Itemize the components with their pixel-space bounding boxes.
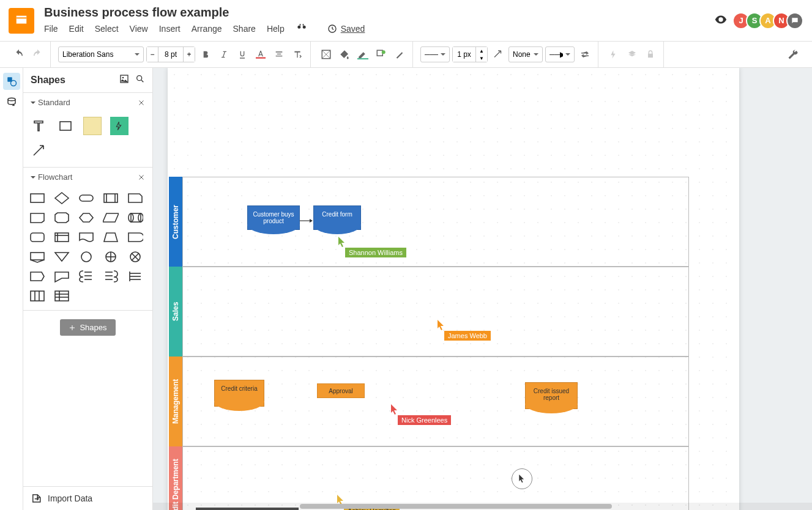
font-family-select[interactable]: Liberation Sans bbox=[58, 46, 144, 62]
flowchart-shape-2[interactable] bbox=[78, 191, 94, 205]
menu-arrange[interactable]: Arrange bbox=[192, 24, 222, 34]
lock-button[interactable] bbox=[643, 46, 658, 62]
flowchart-shape-11[interactable] bbox=[54, 231, 70, 244]
bold-button[interactable] bbox=[198, 46, 214, 62]
menu-share[interactable]: Share bbox=[233, 24, 256, 34]
flowchart-shape-3[interactable] bbox=[103, 191, 119, 205]
present-icon[interactable] bbox=[714, 13, 728, 29]
shape-credit-criteria[interactable]: Credit criteria bbox=[214, 380, 264, 407]
lane-label-3[interactable]: Credit Department bbox=[169, 446, 182, 510]
swap-arrow-button[interactable] bbox=[577, 46, 593, 62]
flowchart-shape-23[interactable] bbox=[103, 270, 119, 283]
undo-button[interactable] bbox=[11, 46, 27, 62]
flowchart-shape-17[interactable] bbox=[78, 250, 94, 264]
canvas[interactable]: CustomerSalesManagementCredit Department… bbox=[168, 68, 739, 510]
line-type-button[interactable] bbox=[490, 46, 506, 62]
flowchart-shape-25[interactable] bbox=[29, 289, 45, 303]
align-button[interactable] bbox=[271, 46, 287, 62]
text-color-button[interactable] bbox=[253, 46, 269, 62]
text-options-button[interactable] bbox=[289, 46, 305, 62]
flowchart-shape-16[interactable] bbox=[54, 250, 70, 264]
settings-wrench-icon[interactable] bbox=[785, 46, 801, 62]
category-flowchart-header[interactable]: Flowchart bbox=[23, 168, 152, 187]
flowchart-shape-1[interactable] bbox=[54, 191, 70, 205]
layers-button[interactable] bbox=[624, 46, 640, 62]
shape-arrow[interactable] bbox=[29, 141, 48, 160]
lane-body-3[interactable] bbox=[182, 446, 689, 510]
redo-button[interactable] bbox=[29, 46, 45, 62]
shape-credit-form[interactable]: Credit form bbox=[313, 205, 361, 230]
border-color-button[interactable] bbox=[355, 46, 371, 62]
fill-color-button[interactable] bbox=[318, 46, 334, 62]
font-size-spin[interactable]: − + bbox=[146, 46, 195, 62]
shape-hotspot[interactable] bbox=[110, 117, 129, 135]
flowchart-shape-8[interactable] bbox=[103, 211, 119, 224]
shape-customer-buys[interactable]: Customer buys product bbox=[247, 205, 300, 230]
flowchart-shape-19[interactable] bbox=[127, 250, 143, 264]
shape-approval[interactable]: Approval bbox=[317, 383, 365, 398]
menu-insert[interactable]: Insert bbox=[159, 24, 181, 34]
flowchart-shape-0[interactable] bbox=[29, 191, 45, 205]
flowchart-shape-9[interactable] bbox=[127, 211, 143, 224]
flowchart-shape-20[interactable] bbox=[29, 270, 45, 283]
flowchart-shape-7[interactable] bbox=[78, 211, 94, 224]
underline-button[interactable] bbox=[234, 46, 250, 62]
lane-body-1[interactable] bbox=[182, 267, 689, 357]
shapes-image-icon[interactable] bbox=[119, 74, 129, 86]
flowchart-shape-10[interactable] bbox=[29, 231, 45, 244]
connector-arrow[interactable] bbox=[300, 218, 313, 223]
flowchart-shape-15[interactable] bbox=[29, 250, 45, 264]
binoculars-icon[interactable] bbox=[296, 22, 308, 36]
flowchart-shape-14[interactable] bbox=[127, 231, 143, 244]
chat-icon[interactable] bbox=[786, 12, 803, 29]
rail-shapes-icon[interactable] bbox=[3, 73, 20, 90]
menu-select[interactable]: Select bbox=[95, 24, 119, 34]
shape-credit-issued[interactable]: Credit issued report bbox=[525, 382, 578, 409]
doc-title[interactable]: Business process flow example bbox=[44, 6, 714, 20]
menu-edit[interactable]: Edit bbox=[69, 24, 84, 34]
arrow-end-select[interactable]: ──▶ bbox=[545, 46, 575, 62]
import-data-button[interactable]: Import Data bbox=[23, 486, 152, 510]
shape-note[interactable] bbox=[83, 117, 102, 135]
saved-status[interactable]: Saved bbox=[327, 24, 365, 34]
lane-label-1[interactable]: Sales bbox=[169, 267, 182, 357]
flowchart-shape-26[interactable] bbox=[54, 289, 70, 303]
app-logo[interactable] bbox=[9, 8, 34, 34]
magic-button[interactable] bbox=[392, 46, 408, 62]
flash-button[interactable] bbox=[606, 46, 622, 62]
lane-label-0[interactable]: Customer bbox=[169, 177, 182, 267]
line-width-dec[interactable]: ▼ bbox=[476, 54, 487, 62]
flowchart-shape-24[interactable] bbox=[127, 270, 143, 283]
menu-view[interactable]: View bbox=[130, 24, 148, 34]
flowchart-shape-18[interactable] bbox=[103, 250, 119, 264]
italic-button[interactable] bbox=[216, 46, 232, 62]
shape-options-button[interactable] bbox=[373, 46, 389, 62]
bucket-button[interactable] bbox=[337, 46, 352, 62]
line-style-select[interactable]: ─── bbox=[420, 46, 450, 62]
menu-file[interactable]: File bbox=[44, 24, 58, 34]
font-size-inc[interactable]: + bbox=[184, 47, 195, 62]
canvas-viewport[interactable]: CustomerSalesManagementCredit Department… bbox=[153, 68, 812, 510]
shape-text[interactable] bbox=[29, 117, 48, 135]
shapes-search-icon[interactable] bbox=[135, 74, 145, 86]
add-shapes-button[interactable]: Shapes bbox=[60, 319, 115, 336]
font-size-input[interactable] bbox=[158, 47, 184, 62]
line-width-inc[interactable]: ▲ bbox=[476, 47, 487, 54]
flowchart-shape-21[interactable] bbox=[54, 270, 70, 283]
flowchart-shape-6[interactable] bbox=[54, 211, 70, 224]
font-size-dec[interactable]: − bbox=[147, 47, 158, 62]
close-icon[interactable] bbox=[138, 174, 145, 181]
close-icon[interactable] bbox=[138, 99, 145, 106]
flowchart-shape-4[interactable] bbox=[127, 191, 143, 205]
line-width-spin[interactable]: ▲ ▼ bbox=[452, 46, 488, 62]
category-standard-header[interactable]: Standard bbox=[23, 93, 152, 112]
flowchart-shape-13[interactable] bbox=[103, 231, 119, 244]
lane-label-2[interactable]: Management bbox=[169, 357, 182, 446]
line-width-input[interactable] bbox=[453, 47, 476, 62]
rail-data-icon[interactable] bbox=[3, 94, 20, 111]
shape-rect[interactable] bbox=[56, 117, 75, 135]
menu-help[interactable]: Help bbox=[267, 24, 285, 34]
flowchart-shape-12[interactable] bbox=[78, 231, 94, 244]
flowchart-shape-22[interactable] bbox=[78, 270, 94, 283]
arrow-start-select[interactable]: None bbox=[508, 46, 543, 62]
